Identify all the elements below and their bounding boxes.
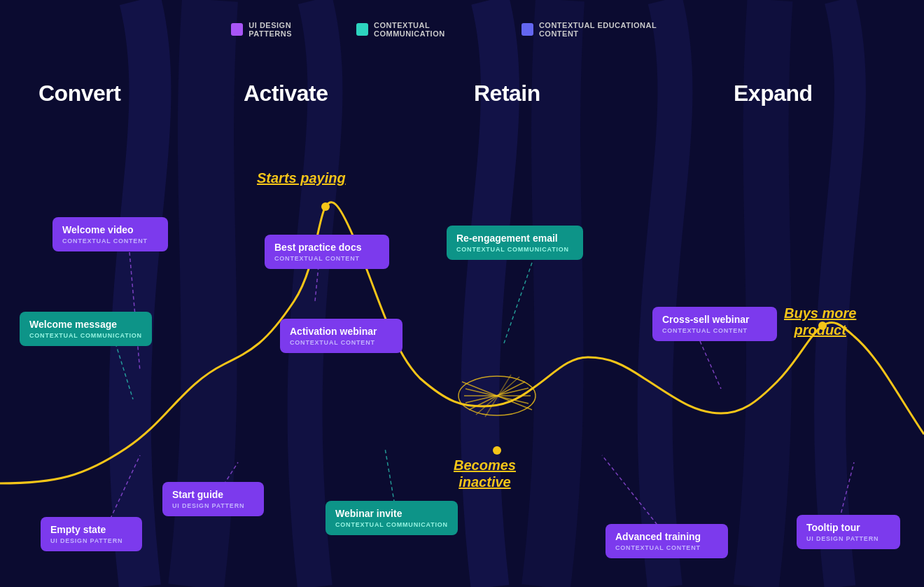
phase-title-expand: Expand [734,81,813,106]
svg-line-3 [465,389,528,403]
svg-point-21 [493,446,501,455]
legend-box-ui-patterns [231,23,243,36]
svg-line-2 [462,382,532,410]
card-start-guide-sub: UI DESIGN PATTERN [172,502,254,509]
milestone-starts-paying: Starts paying [257,170,346,186]
milestone-buys-more-product: Buys moreproduct [784,305,856,338]
card-welcome-video-sub: CONTEXTUAL CONTENT [62,237,158,244]
card-advanced-training-title: Advanced training [615,531,718,542]
card-tooltip-tour-sub: UI DESIGN PATTERN [806,535,890,542]
legend-item-contextual-comm: CONTEXTUAL COMMUNICATION [356,21,499,38]
svg-line-17 [700,341,721,389]
legend-box-contextual-comm [356,23,368,36]
card-empty-state-title: Empty state [50,524,132,535]
card-activation-webinar-title: Activation webinar [290,326,393,337]
card-welcome-message-title: Welcome message [29,319,142,330]
milestone-becomes-inactive: Becomesinactive [454,457,516,490]
card-cross-sell-webinar: Cross-sell webinar CONTEXTUAL CONTENT [652,307,777,341]
svg-point-20 [321,202,330,211]
card-re-engagement-email-sub: CONTEXTUAL COMMUNICATION [456,246,573,253]
card-start-guide: Start guide UI DESIGN PATTERN [162,482,264,516]
card-empty-state: Empty state UI DESIGN PATTERN [41,517,142,551]
card-best-practice-docs: Best practice docs CONTEXTUAL CONTENT [265,235,389,269]
legend-label-contextual-edu: CONTEXTUAL EDUCATIONAL CONTENT [539,21,693,38]
card-tooltip-tour: Tooltip tour UI DESIGN PATTERN [797,515,900,549]
card-activation-webinar-sub: CONTEXTUAL CONTENT [290,339,393,346]
svg-line-8 [485,375,511,417]
svg-line-11 [315,266,318,301]
card-tooltip-tour-title: Tooltip tour [806,522,890,533]
card-webinar-invite-title: Webinar invite [335,508,448,519]
legend-box-contextual-edu [522,23,533,36]
svg-line-19 [602,455,665,534]
legend: UI DESIGN PATTERNS CONTEXTUAL COMMUNICAT… [231,21,693,38]
legend-item-contextual-edu: CONTEXTUAL EDUCATIONAL CONTENT [522,21,693,38]
legend-item-ui-patterns: UI DESIGN PATTERNS [231,21,334,38]
svg-line-16 [504,263,532,343]
card-welcome-message: Welcome message CONTEXTUAL COMMUNICATION [20,312,152,346]
card-start-guide-title: Start guide [172,489,254,500]
card-re-engagement-email-title: Re-engagement email [456,233,573,244]
card-advanced-training-sub: CONTEXTUAL CONTENT [615,544,718,551]
legend-label-contextual-comm: CONTEXTUAL COMMUNICATION [374,21,498,38]
svg-line-5 [465,388,528,403]
card-webinar-invite-sub: CONTEXTUAL COMMUNICATION [335,521,448,528]
card-advanced-training: Advanced training CONTEXTUAL CONTENT [606,524,728,558]
card-welcome-message-sub: CONTEXTUAL COMMUNICATION [29,332,142,339]
svg-point-1 [458,376,536,415]
phase-title-retain: Retain [474,81,540,106]
svg-line-7 [476,377,519,415]
card-re-engagement-email: Re-engagement email CONTEXTUAL COMMUNICA… [447,226,583,260]
svg-line-15 [385,448,396,509]
card-best-practice-docs-title: Best practice docs [274,242,379,253]
card-best-practice-docs-sub: CONTEXTUAL CONTENT [274,255,379,262]
card-webinar-invite: Webinar invite CONTEXTUAL COMMUNICATION [326,501,458,535]
legend-label-ui-patterns: UI DESIGN PATTERNS [248,21,333,38]
svg-line-6 [469,382,525,410]
card-welcome-video-title: Welcome video [62,224,158,235]
card-welcome-video: Welcome video CONTEXTUAL CONTENT [52,217,168,251]
card-cross-sell-webinar-title: Cross-sell webinar [662,314,767,325]
card-cross-sell-webinar-sub: CONTEXTUAL CONTENT [662,327,767,334]
card-activation-webinar: Activation webinar CONTEXTUAL CONTENT [280,319,402,353]
diagram-container: UI DESIGN PATTERNS CONTEXTUAL COMMUNICAT… [0,0,924,587]
card-empty-state-sub: UI DESIGN PATTERN [50,537,132,544]
phase-title-activate: Activate [244,81,328,106]
phase-title-convert: Convert [38,81,120,106]
svg-line-10 [115,343,133,399]
